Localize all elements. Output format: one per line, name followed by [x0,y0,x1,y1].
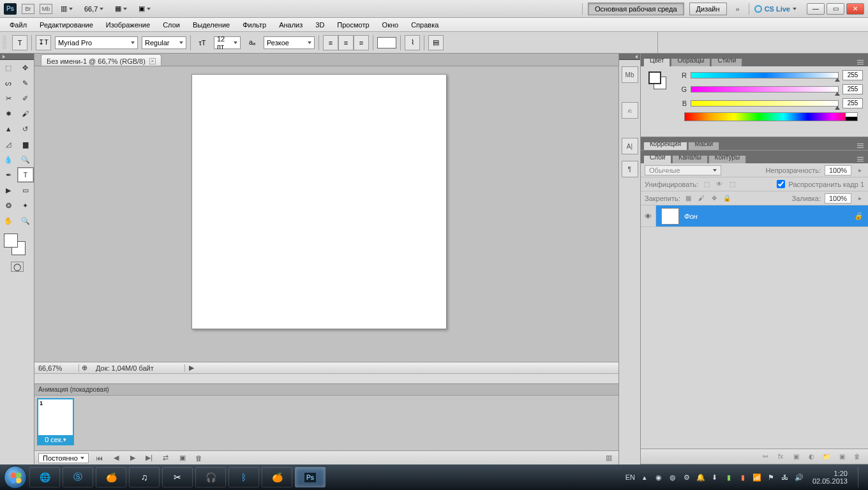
tray-icon-6[interactable]: ▮ [724,473,733,482]
slider-g[interactable] [691,86,839,93]
opacity-field[interactable]: 100% [825,165,851,175]
taskbar-photoshop[interactable]: Ps [295,467,326,487]
hand-tool[interactable]: ✋ [0,213,17,228]
link-layers-button[interactable]: ⚯ [761,452,770,461]
value-r[interactable]: 255 [842,70,863,80]
menu-3d[interactable]: 3D [310,19,330,31]
tool-preset-button[interactable]: T [12,35,27,50]
status-zoom[interactable]: 66,67% [34,364,79,372]
optionsbar-grip[interactable] [3,36,6,50]
layer-group-button[interactable]: 📁 [822,452,831,461]
layer-visibility-icon[interactable]: 👁 [641,205,656,226]
tray-icon-2[interactable]: ◍ [668,473,677,482]
3d-camera-tool[interactable]: ✦ [17,198,34,213]
value-g[interactable]: 255 [842,84,863,94]
unify-visibility-icon[interactable]: 👁 [715,180,724,189]
dock-character-icon[interactable]: A| [622,138,638,154]
menu-analysis[interactable]: Анализ [273,19,308,31]
canvas[interactable] [191,74,447,329]
arrange-dropdown[interactable]: ▦ [112,4,130,13]
menu-help[interactable]: Справка [405,19,444,31]
menu-select[interactable]: Выделение [187,19,236,31]
start-button[interactable] [4,466,27,489]
color-panel-menu[interactable] [855,57,865,66]
layers-panel-menu[interactable] [855,154,865,163]
align-left-button[interactable]: ≡ [323,35,338,50]
propagate-frame-checkbox[interactable] [777,180,785,188]
layer-background[interactable]: 👁 Фон 🔒 [641,205,868,227]
blur-tool[interactable]: 💧 [0,152,17,167]
cslive-button[interactable]: CS Live [754,5,797,13]
gradient-tool[interactable]: ▆ [17,137,34,152]
animation-newframe-button[interactable]: ▣ [177,454,188,463]
dodge-tool[interactable]: 🔍 [17,152,34,167]
tab-paths[interactable]: Контуры [708,152,746,163]
character-panel-button[interactable]: ▤ [428,35,444,50]
animation-prev-button[interactable]: ◀ [110,454,122,463]
status-info-menu[interactable]: ▶ [185,364,198,372]
move-tool[interactable]: ⬚ [0,60,17,75]
animation-tween-button[interactable]: ⇄ [160,454,172,463]
healing-tool[interactable]: ✹ [0,106,17,121]
slider-b[interactable] [691,100,839,107]
adjustment-layer-button[interactable]: ◐ [807,452,816,461]
text-orientation-button[interactable]: ↧T [36,35,51,50]
tray-language[interactable]: EN [625,473,635,481]
text-color-swatch[interactable] [377,37,396,48]
taskbar-app4[interactable]: 🍊 [262,467,292,487]
fill-field[interactable]: 100% [825,193,851,204]
marquee-tool[interactable]: ✥ [17,60,34,75]
tray-icon-3[interactable]: ⚙ [682,473,691,482]
tab-swatches[interactable]: Образцы [671,55,710,66]
menu-view[interactable]: Просмотр [331,19,375,31]
dock-minibridge-icon[interactable]: Mb [622,66,638,83]
foreground-background-swatch[interactable] [3,232,31,258]
stamp-tool[interactable]: ▲ [0,121,17,137]
tab-layers[interactable]: Слои [643,152,671,163]
warp-text-button[interactable]: ⌇ [405,35,420,50]
quickmask-button[interactable]: ◯ [11,262,24,272]
menu-layer[interactable]: Слои [157,19,186,31]
workspace-essentials-button[interactable]: Основная рабочая среда [588,3,684,15]
font-family-combo[interactable]: Myriad Pro [55,36,138,49]
dock-history-icon[interactable]: ⎌ [622,102,638,119]
tray-icon-1[interactable]: ◉ [654,473,663,482]
tray-icon-5[interactable]: ⬇ [710,473,719,482]
animation-frame-duration[interactable]: 0 сек. ▾ [38,435,73,444]
bridge-button[interactable]: Br [22,4,34,14]
quick-select-tool[interactable]: ✎ [17,75,34,91]
taskbar-skype[interactable]: Ⓢ [63,467,93,487]
layer-thumbnail[interactable] [661,208,679,225]
screen-mode-dropdown[interactable]: ▥ [57,4,76,13]
value-b[interactable]: 255 [842,98,863,108]
taskbar-flstudio[interactable]: 🍊 [96,467,126,487]
lock-transparency-icon[interactable]: ▦ [684,194,693,203]
tray-icon-7[interactable]: ▮ [738,473,747,482]
pen-tool[interactable]: ✒ [0,167,17,182]
lasso-tool[interactable]: ᔕ [0,75,17,91]
show-desktop-button[interactable] [858,467,864,487]
new-layer-button[interactable]: ▣ [837,452,846,461]
lock-position-icon[interactable]: ✥ [710,194,719,203]
status-doc-info[interactable]: Док: 1,04M/0 байт [89,364,185,372]
fill-slider-button[interactable]: ▸ [855,194,864,203]
taskbar-app3[interactable]: 🎧 [195,467,226,487]
animation-next-button[interactable]: ▶| [144,454,155,463]
tab-masks[interactable]: Маски [688,138,719,150]
taskbar-app2[interactable]: ✂ [162,467,193,487]
taskbar-bluetooth[interactable]: ᛒ [228,467,259,487]
workspace-design-button[interactable]: Дизайн [689,3,727,15]
brush-tool[interactable]: 🖌 [17,106,34,121]
opacity-slider-button[interactable]: ▸ [855,166,864,175]
align-right-button[interactable]: ≡ [354,35,369,50]
blend-mode-combo[interactable]: Обычные [645,165,721,175]
history-brush-tool[interactable]: ↺ [17,121,34,137]
tray-clock[interactable]: 1:20 02.05.2013 [812,470,848,485]
color-spectrum[interactable] [684,112,858,121]
tray-icon-4[interactable]: 🔔 [696,473,705,482]
window-maximize-button[interactable]: ▭ [827,3,844,15]
animation-panel-header[interactable]: Анимация (покадровая) [34,384,618,396]
animation-frame-1[interactable]: 1 0 сек. ▾ [37,398,74,445]
unify-position-icon[interactable]: ⬚ [702,180,711,189]
menu-filter[interactable]: Фильтр [237,19,272,31]
